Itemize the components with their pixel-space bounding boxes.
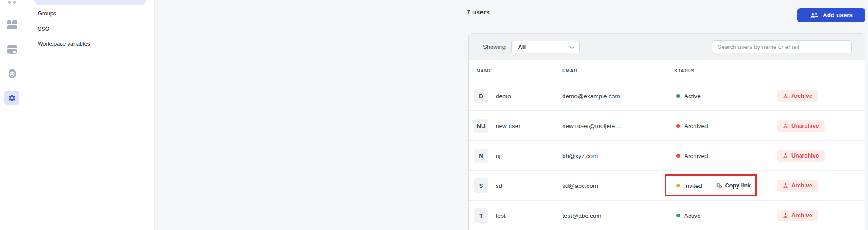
archive-action-button[interactable]: Archive — [777, 180, 818, 192]
archive-user-icon — [783, 123, 788, 129]
avatar: D — [474, 89, 488, 103]
user-email: sd@abc.com — [562, 171, 598, 201]
table-header: NAME EMAIL STATUS — [469, 60, 865, 81]
user-name: sd — [496, 171, 502, 201]
status-dot — [676, 154, 680, 158]
status-label: Invited — [684, 182, 702, 189]
chevron-down-icon — [569, 45, 575, 49]
archive-user-icon — [783, 183, 788, 188]
add-users-button[interactable]: Add users — [797, 8, 865, 22]
user-name: test — [496, 201, 506, 230]
archive-action-button[interactable]: Unarchive — [777, 120, 825, 132]
copy-link-label: Copy link — [725, 182, 751, 189]
avatar: N — [474, 149, 488, 163]
status-dot — [676, 124, 680, 128]
page-title: 7 users — [467, 9, 490, 16]
sidebar-item-sso[interactable]: SSO — [34, 22, 146, 36]
showing-label: Showing — [483, 34, 506, 60]
archive-user-icon — [783, 213, 788, 218]
user-status: Active — [676, 201, 701, 230]
status-label: Archived — [684, 123, 708, 129]
user-name: demo — [496, 81, 511, 111]
filter-bar: Showing All — [469, 34, 865, 60]
layout-icon[interactable] — [0, 20, 24, 30]
avatar: S — [474, 178, 488, 193]
profile-icon[interactable] — [0, 68, 24, 79]
archive-action-button[interactable]: Archive — [777, 210, 818, 221]
copy-link-button[interactable]: Copy link — [716, 182, 751, 189]
user-name: nj — [496, 141, 501, 171]
archive-action-label: Archive — [791, 212, 812, 219]
table-row: T test test@abc.com Active Archive — [469, 201, 865, 230]
search-users-input[interactable] — [712, 40, 852, 53]
dots-icon[interactable] — [0, 1, 24, 4]
avatar: T — [474, 208, 488, 223]
workspace-settings-page: Groups SSO Workspace variables 7 users A… — [0, 0, 868, 230]
status-label: Active — [684, 212, 701, 219]
user-status: Active — [676, 81, 701, 111]
users-group-icon — [810, 12, 819, 19]
archive-action-button[interactable]: Archive — [777, 90, 818, 102]
column-header-email: EMAIL — [562, 60, 579, 81]
user-email: test@abc.com — [562, 201, 601, 230]
status-label: Archived — [684, 153, 708, 159]
archive-action-label: Unarchive — [791, 153, 819, 159]
status-filter-value: All — [518, 44, 569, 51]
sidebar-item-workspace-variables[interactable]: Workspace variables — [34, 37, 146, 51]
table-row: NU new user new+user@tooljete.... Archiv… — [469, 111, 865, 141]
settings-sidebar: Groups SSO Workspace variables — [24, 0, 155, 230]
status-dot — [676, 214, 680, 217]
table-row: D demo demo@example.com Active Archive — [469, 81, 865, 111]
archive-action-label: Archive — [791, 182, 812, 189]
archive-user-icon — [783, 153, 788, 158]
user-status: Invited Copy link — [676, 171, 751, 201]
table-row: N nj bh@xyz.com Archived Unarchive — [469, 141, 865, 171]
drawer-icon[interactable] — [0, 44, 24, 54]
user-name: new user — [496, 111, 521, 141]
column-header-name: NAME — [477, 60, 492, 81]
column-header-status: STATUS — [674, 60, 694, 81]
archive-action-label: Unarchive — [791, 123, 819, 129]
add-users-label: Add users — [823, 12, 853, 19]
status-dot — [676, 94, 680, 98]
sidebar-item-groups[interactable]: Groups — [34, 6, 146, 21]
status-dot — [676, 184, 680, 187]
user-email: demo@example.com — [562, 81, 620, 111]
users-table-body: D demo demo@example.com Active Archive N… — [469, 81, 865, 230]
archive-action-label: Archive — [791, 93, 812, 99]
users-card: Showing All NAME EMAIL STATUS D demo dem… — [468, 33, 865, 230]
avatar: NU — [474, 119, 488, 133]
archive-action-button[interactable]: Unarchive — [777, 150, 825, 162]
user-email: new+user@tooljete.... — [562, 111, 622, 141]
status-label: Active — [684, 93, 701, 100]
archive-user-icon — [783, 93, 788, 99]
table-row: S sd sd@abc.com Invited Copy link — [469, 171, 865, 201]
users-page-content: 7 users Add users Showing All — [155, 0, 868, 230]
user-email: bh@xyz.com — [562, 141, 598, 171]
user-status: Archived — [676, 141, 708, 171]
icon-rail — [0, 0, 24, 230]
user-status: Archived — [676, 111, 708, 141]
link-icon — [716, 183, 722, 189]
sidebar-item-selected[interactable] — [34, 0, 146, 5]
status-filter-dropdown[interactable]: All — [511, 41, 580, 53]
settings-gear-icon[interactable] — [4, 91, 19, 105]
